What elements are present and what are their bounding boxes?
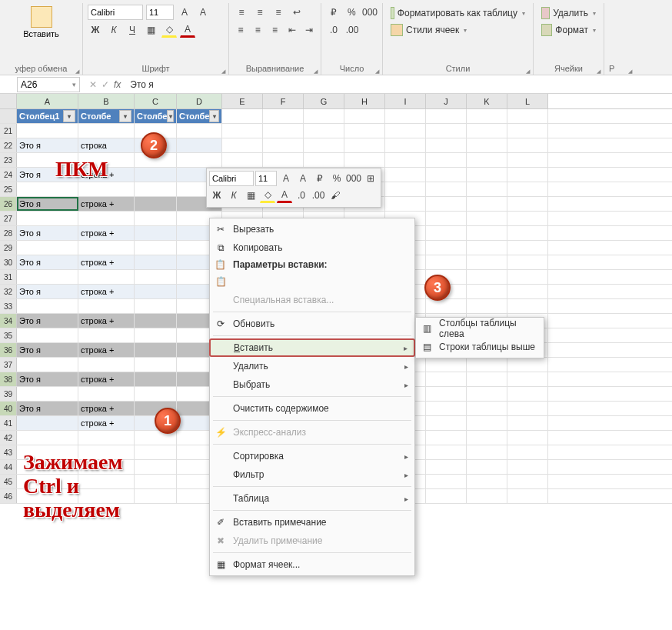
mini-font-name[interactable] (209, 171, 254, 186)
cell[interactable] (135, 241, 177, 255)
cell[interactable] (507, 475, 548, 488)
cell[interactable] (135, 475, 177, 488)
format-as-table-button[interactable]: Форматировать как таблицу (388, 5, 528, 22)
cell[interactable] (467, 182, 507, 196)
cell[interactable] (17, 212, 78, 225)
row-header[interactable]: 31 (0, 270, 17, 284)
indent-inc-icon[interactable]: ⇥ (302, 22, 316, 38)
row-header[interactable]: 30 (0, 255, 17, 269)
cell[interactable] (385, 197, 426, 211)
col-header-f[interactable]: F (263, 94, 304, 108)
cell[interactable] (17, 475, 78, 488)
cell[interactable] (78, 431, 135, 445)
cell[interactable] (304, 138, 344, 152)
cell[interactable] (135, 299, 177, 313)
cell[interactable]: Это я (17, 343, 78, 357)
cell[interactable] (17, 328, 78, 342)
cell[interactable] (135, 387, 177, 401)
cell[interactable] (344, 109, 385, 123)
cell[interactable]: Это я (17, 372, 78, 386)
format-cells-button[interactable]: Формат (538, 22, 599, 38)
cell[interactable] (467, 402, 507, 415)
cell[interactable] (135, 285, 177, 298)
cell[interactable] (385, 182, 426, 196)
cell[interactable] (78, 299, 135, 313)
cell[interactable] (135, 372, 177, 386)
cell[interactable] (78, 475, 135, 488)
cell[interactable] (17, 182, 78, 196)
cell[interactable] (78, 182, 135, 196)
cell[interactable] (78, 460, 135, 474)
indent-dec-icon[interactable]: ⇤ (285, 22, 299, 38)
row-header[interactable]: 42 (0, 431, 17, 445)
cell[interactable] (17, 270, 78, 284)
row-header[interactable]: 24 (0, 168, 17, 182)
row-header[interactable]: 23 (0, 153, 17, 167)
cell[interactable] (467, 197, 507, 211)
cell[interactable] (426, 372, 467, 386)
cell[interactable] (426, 153, 467, 167)
cell[interactable] (177, 153, 222, 167)
cell[interactable]: строка + (78, 343, 135, 357)
row-header[interactable]: 28 (0, 226, 17, 240)
row-header[interactable]: 38 (0, 372, 17, 386)
underline-button[interactable]: Ч (125, 22, 140, 38)
sub-cols-left[interactable]: ▥Столбцы таблицы слева (416, 319, 544, 338)
cell[interactable] (426, 124, 467, 138)
cell[interactable] (17, 299, 78, 313)
row-header[interactable] (0, 109, 17, 123)
cell[interactable] (507, 285, 548, 298)
cell[interactable] (467, 153, 507, 167)
bold-button[interactable]: Ж (88, 22, 103, 38)
ctx-copy[interactable]: ⧉Копировать (210, 238, 414, 257)
table-col2[interactable]: Столбе (78, 109, 135, 123)
cell[interactable] (135, 314, 177, 328)
row-header[interactable]: 21 (0, 124, 17, 138)
cell[interactable] (467, 168, 507, 182)
row-header[interactable]: 29 (0, 241, 17, 255)
cell[interactable] (507, 299, 548, 313)
ctx-delete[interactable]: Удалить (210, 357, 414, 375)
font-name-select[interactable] (88, 5, 143, 20)
cell[interactable] (135, 343, 177, 357)
cell[interactable] (263, 138, 304, 152)
cell[interactable] (426, 109, 467, 123)
cell[interactable] (507, 124, 548, 138)
cell[interactable]: Это я (17, 197, 78, 211)
row-header[interactable]: 43 (0, 445, 17, 459)
row-header[interactable]: 40 (0, 402, 17, 415)
cell[interactable] (467, 124, 507, 138)
cell[interactable]: Это я (17, 226, 78, 240)
cell[interactable] (426, 431, 467, 445)
cell[interactable] (507, 255, 548, 269)
fill-color-icon[interactable]: ◇ (161, 22, 177, 38)
comma-icon[interactable]: 000 (362, 5, 378, 20)
row-header[interactable]: 39 (0, 387, 17, 401)
cell[interactable] (385, 109, 426, 123)
cell[interactable] (467, 299, 507, 313)
cell[interactable] (304, 153, 344, 167)
cell[interactable] (135, 358, 177, 372)
cancel-icon[interactable]: ✕ (89, 79, 97, 90)
dec-decimal-icon[interactable]: .00 (344, 22, 360, 38)
font-size-select[interactable] (146, 5, 174, 20)
cell[interactable] (467, 387, 507, 401)
cell[interactable] (17, 241, 78, 255)
cell[interactable] (467, 416, 507, 430)
cell[interactable] (135, 445, 177, 459)
ctx-insert-comment[interactable]: ✐Вставить примечание (210, 513, 414, 532)
cell[interactable] (222, 153, 263, 167)
cell[interactable] (78, 328, 135, 342)
cell[interactable] (222, 138, 263, 152)
cell[interactable] (507, 372, 548, 386)
cell[interactable] (135, 168, 177, 182)
row-header[interactable]: 27 (0, 212, 17, 225)
cell[interactable] (507, 212, 548, 225)
cell[interactable] (222, 109, 263, 123)
mini-percent-icon[interactable]: % (329, 171, 344, 186)
cell[interactable] (426, 416, 467, 430)
cell[interactable] (507, 358, 548, 372)
col-header-h[interactable]: H (344, 94, 385, 108)
cell[interactable] (135, 270, 177, 284)
cell[interactable]: Это я (17, 402, 78, 415)
